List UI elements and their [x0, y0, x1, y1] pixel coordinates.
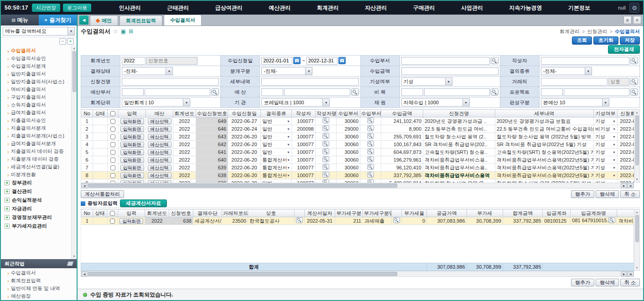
favorite-star-icon[interactable]: ☆ — [113, 28, 118, 35]
search-icon[interactable] — [322, 164, 329, 170]
topbar-menu-item[interactable]: 급상여관리 — [215, 4, 243, 12]
sidebar-item[interactable]: ›지출결의서 데이터 검증 — [4, 148, 70, 155]
row-checkbox[interactable] — [110, 173, 115, 178]
search-icon[interactable] — [296, 217, 303, 223]
logout-button[interactable]: 로그아웃 — [63, 4, 91, 12]
scroll-down-icon[interactable]: ▼ — [636, 177, 639, 182]
expand-plus-icon[interactable]: + — [5, 198, 10, 203]
org-select[interactable]: 코레일테크 | 1000▼ — [261, 98, 330, 107]
sidebar-item[interactable]: ›수입결의서승인 — [4, 55, 70, 62]
income-grid-row[interactable]: 6입력화면예산선택20226402022-06-20통합계산서▼10007730… — [81, 156, 634, 164]
input-screen-button[interactable]: 입력화면 — [120, 126, 144, 132]
cell-select[interactable]: 통합계산서▼ — [262, 172, 290, 179]
topbar-menu-item[interactable]: 구매관리 — [413, 4, 435, 12]
tax-invoice-button[interactable]: 세금계산서자료 — [120, 199, 167, 207]
cell-select[interactable]: 일반▼ — [262, 126, 290, 133]
search-icon[interactable] — [367, 164, 374, 170]
topbar-menu-item[interactable]: 근태관리 — [167, 4, 189, 12]
input-screen-button[interactable]: 입력화면 — [120, 165, 144, 171]
grid2-vertical-scrollbar[interactable]: ▲ ▼ — [634, 209, 640, 271]
cell-select[interactable]: 일반▼ — [262, 118, 290, 125]
topbar-menu-item[interactable]: 지속가능경영 — [509, 4, 542, 12]
cell-select[interactable]: 통합계산서▼ — [262, 164, 290, 171]
row-checkbox[interactable] — [110, 119, 115, 124]
scrollbar-thumb[interactable] — [635, 215, 639, 242]
expand-plus-icon[interactable]: + — [5, 189, 10, 194]
row-checkbox[interactable] — [110, 142, 115, 147]
sidebar-group[interactable]: +결산관리 — [4, 187, 70, 196]
calendar-icon[interactable] — [338, 57, 346, 64]
select-all-checkbox[interactable] — [110, 211, 115, 216]
document-tab[interactable]: 회계전표입력 — [119, 15, 162, 26]
grid1-vertical-scrollbar[interactable]: ▲ ▼ — [634, 109, 640, 183]
collapse-all-button[interactable]: − — [59, 38, 66, 45]
sidebar-group[interactable]: +경영정보재무관리 — [4, 213, 70, 222]
journal-type-select[interactable]: -전체-▼ — [261, 67, 312, 75]
budget-select-button[interactable]: 예산선택 — [148, 142, 171, 148]
select-all-checkbox[interactable] — [110, 111, 115, 116]
scroll-up-icon[interactable]: ▲ — [636, 110, 639, 115]
search-icon[interactable] — [367, 148, 374, 154]
cell-select[interactable]: 통합계산서▼ — [262, 157, 290, 163]
fund-select[interactable]: 자체수입 | 1000▼ — [401, 98, 470, 107]
income-dept-input[interactable] — [401, 57, 490, 65]
scroll-up-icon[interactable]: ▲ — [73, 46, 76, 51]
e-approval-button[interactable]: 전자결재 — [608, 45, 640, 54]
search-icon[interactable] — [491, 88, 499, 96]
sidebar-item[interactable]: ›수입결의서분개 — [4, 62, 70, 70]
search-icon[interactable] — [322, 125, 329, 131]
cell-select[interactable]: 기성▼ — [595, 118, 616, 125]
evidence-grid-row[interactable]: 1입력화면2022638세금계산서/..23500한국철도공사2022-05-3… — [81, 217, 634, 225]
sidebar-item[interactable]: ›구입지출결의서 — [4, 93, 70, 101]
expand-plus-icon[interactable]: + — [5, 215, 10, 220]
scrollbar-thumb[interactable] — [73, 51, 76, 92]
sidebar-item[interactable]: ›급여지출결의서분개 — [4, 140, 70, 148]
cell-select[interactable]: 일반▼ — [262, 149, 290, 156]
budget-select-button[interactable]: 예산선택 — [148, 126, 171, 132]
scroll-down-icon[interactable]: ▼ — [636, 265, 639, 270]
tab-scroll-left-icon[interactable]: ◀ — [79, 15, 88, 25]
budget-class-select[interactable]: 본예산 10▼ — [541, 98, 609, 107]
cell-select[interactable]: 기성▼ — [595, 149, 616, 156]
scroll-left-icon[interactable]: ◀ — [627, 183, 634, 188]
sidebar-item[interactable]: ›여비지출결의서 — [4, 86, 70, 93]
search-icon[interactable] — [351, 88, 359, 96]
budget-select-button[interactable]: 예산선택 — [148, 118, 171, 124]
add-row-button[interactable]: 행추가 — [571, 279, 594, 286]
row-checkbox[interactable] — [110, 219, 115, 224]
scrollbar-thumb[interactable] — [88, 184, 397, 188]
budget-select-button[interactable]: 예산선택 — [148, 165, 171, 171]
expand-all-button[interactable]: + — [67, 38, 74, 45]
search-icon[interactable] — [211, 88, 219, 96]
search-icon[interactable] — [367, 141, 374, 147]
sidebar-item[interactable]: ›미분개현황 — [4, 171, 70, 179]
input-screen-button[interactable]: 입력화면 — [119, 218, 143, 224]
cell-select[interactable]: 기성▼ — [595, 141, 616, 148]
budget-name-input[interactable] — [284, 88, 350, 96]
delete-row-button[interactable]: 행삭제 — [596, 279, 619, 286]
scroll-down-icon[interactable]: ▼ — [73, 254, 76, 259]
project-code-input[interactable] — [541, 88, 563, 96]
scrollbar-thumb[interactable] — [635, 115, 639, 165]
row-checkbox[interactable] — [110, 181, 115, 183]
row-checkbox[interactable] — [110, 165, 115, 170]
scroll-right-icon[interactable]: ▶ — [621, 183, 627, 188]
sidebar-item[interactable]: ›지출분개 데이터 검증 — [4, 155, 70, 163]
search-icon[interactable] — [367, 133, 374, 139]
input-screen-button[interactable]: 입력화면 — [120, 173, 144, 179]
resolution-type-select[interactable]: -전체-▼ — [541, 67, 592, 75]
sidebar-group[interactable]: +장부관리 — [4, 179, 70, 187]
search-icon[interactable] — [322, 156, 329, 162]
scroll-left-icon[interactable]: ◀ — [81, 271, 88, 276]
sidebar-tab-menu[interactable]: ▤ 메뉴 — [1, 15, 39, 26]
scroll-left-icon[interactable]: ◀ — [81, 183, 88, 188]
budget-select-button[interactable]: 예산선택 — [148, 180, 171, 183]
chevron-down-icon[interactable]: ▼ — [68, 27, 74, 35]
recent-work-item[interactable]: ›일반이체 연동 및 내역 — [4, 285, 75, 292]
scrollbar-thumb[interactable] — [88, 272, 397, 276]
sidebar-group[interactable]: +자금관리 — [4, 204, 70, 213]
budget-select-button[interactable]: 예산선택 — [148, 149, 171, 155]
project-name-input[interactable] — [564, 88, 629, 96]
settings-gear-icon[interactable]: ⚙ — [629, 3, 639, 13]
tab-list-icon[interactable]: ≡ — [623, 16, 632, 24]
